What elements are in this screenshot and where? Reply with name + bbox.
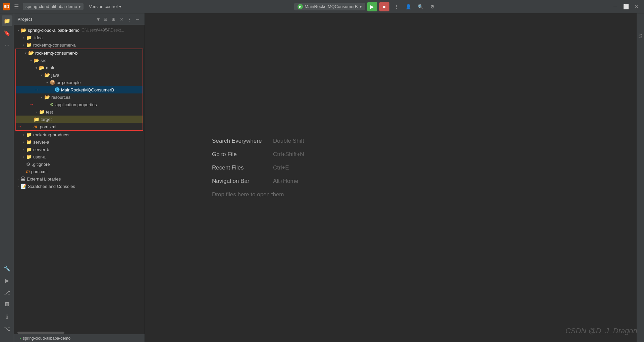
activity-run[interactable]: ▶: [2, 275, 12, 286]
tree-item-pom-root[interactable]: m pom.xml: [14, 168, 145, 175]
activity-project[interactable]: 📁: [2, 15, 12, 26]
sidebar-bottom-bar: ● spring-cloud-alibaba-demo: [14, 334, 145, 342]
server-b-arrow: ›: [21, 148, 26, 151]
main-area: 📁 🔖 ⋯ 🔧 ▶ ⎇ 🖼 ℹ ⌥ Project ▾ ⊟ ⊞ ✕ ⋮ ─ ▾: [0, 13, 644, 342]
maximize-button[interactable]: ⬜: [621, 2, 631, 11]
pom-root-xml-icon: m: [26, 169, 30, 174]
root-path: C:\Users\44954\Deskt...: [82, 28, 124, 32]
src-folder-icon: 📂: [34, 58, 39, 63]
close-button[interactable]: ✕: [632, 2, 641, 11]
tree-item-server-a[interactable]: › 📁 server-a: [14, 138, 145, 146]
version-control-label: Version control: [89, 4, 118, 9]
activity-git-branch[interactable]: ⌥: [2, 323, 12, 334]
idea-label: .idea: [33, 35, 43, 40]
java-arrow: ▾: [39, 73, 44, 77]
version-control-btn[interactable]: Version control ▾: [86, 3, 124, 10]
hamburger-icon[interactable]: ☰: [13, 2, 20, 11]
server-b-folder-icon: 📁: [26, 147, 32, 152]
org-example-label: org.example: [57, 80, 81, 85]
tree-scrollbar[interactable]: [14, 331, 145, 334]
settings-button[interactable]: ⚙: [428, 2, 438, 11]
tree-item-idea[interactable]: › 📁 .idea: [14, 34, 145, 41]
activity-image[interactable]: 🖼: [2, 299, 12, 310]
run-config-dropdown-icon: ▾: [360, 4, 362, 9]
tree-item-org-example[interactable]: ▾ 📦 org.example: [16, 79, 143, 86]
search-button[interactable]: 🔍: [416, 2, 426, 11]
tree-item-server-b[interactable]: › 📁 server-b: [14, 146, 145, 153]
sidebar-more-btn[interactable]: ⋮: [126, 15, 133, 23]
test-arrow: ›: [34, 110, 39, 114]
root-arrow: ▾: [15, 28, 21, 32]
shortcut-search-everywhere: Search Everywhere Double Shift: [212, 138, 304, 144]
title-bar-left: SD ☰ spring-cloud-alibaba-demo ▾ Version…: [3, 2, 124, 11]
target-label: target: [41, 117, 52, 122]
producer-arrow: ›: [21, 133, 26, 137]
tree-item-java[interactable]: ▾ 📂 java: [16, 71, 143, 79]
stop-button[interactable]: ■: [379, 2, 389, 11]
tree-item-pom-b[interactable]: m pom.xml: [16, 123, 143, 130]
scratches-arrow: ›: [15, 185, 21, 188]
consumer-a-folder-icon: 📁: [26, 42, 32, 48]
shortcuts-panel: Search Everywhere Double Shift Go to Fil…: [212, 138, 304, 198]
tree-item-main[interactable]: ▾ 📂 main: [16, 64, 143, 71]
tree-item-target[interactable]: › 📁 target: [16, 116, 143, 123]
app-icon: SD: [3, 3, 10, 10]
activity-tools[interactable]: 🔧: [2, 263, 12, 274]
sidebar: Project ▾ ⊟ ⊞ ✕ ⋮ ─ ▾ 📂 spring-cloud-ali…: [14, 13, 145, 342]
java-label: java: [51, 73, 59, 78]
pom-b-container: m pom.xml →: [16, 123, 143, 130]
sidebar-collapse-btn[interactable]: ⊟: [102, 15, 109, 23]
more-actions-button[interactable]: ⋮: [391, 2, 401, 11]
tree-item-user-a[interactable]: › 📁 user-a: [14, 153, 145, 160]
tree-item-consumer-a[interactable]: › 📁 rocketmq-consumer-a: [14, 41, 145, 49]
sidebar-close-btn[interactable]: ✕: [118, 15, 125, 23]
shortcut-recent-files: Recent Files Ctrl+E: [212, 164, 304, 171]
tree-item-main-class[interactable]: 🅒 MainRocketMQConsumerB: [16, 86, 143, 93]
sidebar-header: Project ▾ ⊟ ⊞ ✕ ⋮ ─: [14, 13, 145, 25]
main-class-icon: 🅒: [55, 87, 60, 92]
tree-item-scratches[interactable]: › 📝 Scratches and Consoles: [14, 183, 145, 190]
activity-more[interactable]: ⋯: [2, 40, 12, 50]
tree-root[interactable]: ▾ 📂 spring-cloud-alibaba-demo C:\Users\4…: [14, 26, 145, 34]
main-folder-icon: 📂: [39, 65, 45, 70]
tree-item-consumer-b[interactable]: ▾ 📂 rocketmq-consumer-b: [16, 49, 143, 57]
sidebar-expand-btn[interactable]: ⊞: [110, 15, 117, 23]
tree-item-resources[interactable]: ▾ 📂 resources: [16, 93, 143, 101]
run-button[interactable]: ▶: [367, 2, 377, 11]
tree-item-gitignore[interactable]: ⚙ .gitignore: [14, 160, 145, 168]
run-config-icon: ▶: [298, 4, 303, 9]
run-config-selector[interactable]: ▶ MainRocketMQConsumerB ▾: [294, 3, 365, 10]
app-props-icon: ⚙: [50, 102, 54, 107]
version-control-dropdown-icon: ▾: [119, 4, 121, 9]
project-tree: ▾ 📂 spring-cloud-alibaba-demo C:\Users\4…: [14, 25, 145, 331]
sidebar-title-dropdown[interactable]: ▾: [97, 16, 100, 22]
consumer-a-label: rocketmq-consumer-a: [33, 43, 75, 48]
tree-item-producer[interactable]: › 📁 rocketmq-producer: [14, 131, 145, 138]
server-a-folder-icon: 📁: [26, 139, 32, 145]
activity-info[interactable]: ℹ: [2, 311, 12, 322]
tree-item-test[interactable]: › 📁 test: [16, 108, 143, 116]
tree-item-src[interactable]: ▾ 📂 src: [16, 57, 143, 64]
tree-item-external-libs[interactable]: › 🏛 External Libraries: [14, 175, 145, 183]
pom-root-label: pom.xml: [31, 169, 48, 174]
tree-scrollbar-thumb[interactable]: [17, 332, 64, 334]
pom-b-xml-icon: m: [34, 124, 37, 129]
bottom-project-link[interactable]: ● spring-cloud-alibaba-demo: [17, 334, 72, 342]
activity-git[interactable]: ⎇: [2, 287, 12, 298]
server-a-label: server-a: [33, 140, 49, 145]
drop-files-row: Drop files here to open them: [212, 191, 304, 198]
consumer-b-label: rocketmq-consumer-b: [35, 51, 77, 56]
editor-area[interactable]: Search Everywhere Double Shift Go to Fil…: [145, 13, 644, 342]
profile-button[interactable]: 👤: [404, 2, 414, 11]
activity-bookmarks[interactable]: 🔖: [2, 27, 12, 38]
shortcut-go-to-file: Go to File Ctrl+Shift+N: [212, 151, 304, 158]
project-name-badge[interactable]: spring-cloud-alibaba-demo ▾: [23, 3, 84, 10]
java-folder-icon: 📂: [44, 72, 50, 78]
app-props-label: application.properties: [55, 102, 97, 107]
minimize-button[interactable]: ─: [610, 2, 620, 11]
tree-item-app-props[interactable]: ⚙ application.properties: [16, 101, 143, 108]
highlighted-module-box: ▾ 📂 rocketmq-consumer-b ▾ 📂 src ▾ 📂 main: [15, 49, 143, 131]
sidebar-minimize-btn[interactable]: ─: [134, 15, 141, 23]
sidebar-title: Project: [17, 17, 95, 22]
org-package-icon: 📦: [50, 80, 55, 85]
